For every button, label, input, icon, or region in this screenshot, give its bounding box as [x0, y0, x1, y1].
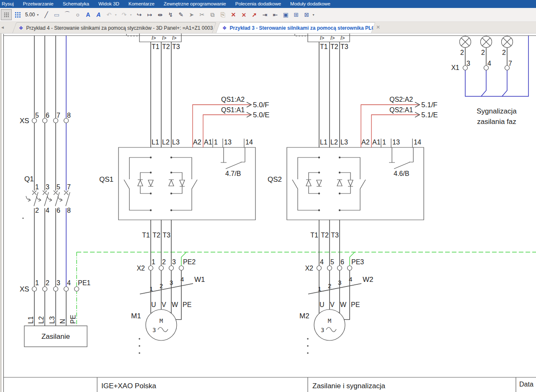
insert-left-icon[interactable]: ⇥: [260, 10, 269, 20]
annotate-icon[interactable]: ✎: [176, 10, 186, 20]
terminal[interactable]: [64, 287, 69, 291]
terminal[interactable]: [505, 66, 510, 70]
project-icon: ❖: [19, 25, 23, 31]
terminal[interactable]: [75, 287, 79, 291]
terminal[interactable]: [327, 266, 332, 271]
lamp-terminal-number: 2: [502, 49, 506, 56]
continuation-dot: [307, 352, 309, 354]
ref-target: 5.1/F: [421, 101, 438, 109]
terminal[interactable]: [317, 266, 322, 271]
paste-icon[interactable]: ⎘: [218, 10, 227, 20]
tab-przyklad-4[interactable]: ❖ Przykład 4 - Sterowanie silnikami za p…: [12, 22, 216, 33]
toolbar-overflow-icon[interactable]: ▾: [312, 13, 314, 17]
snap-grid-icon[interactable]: [1, 9, 12, 20]
feed-circuit[interactable]: XS 5 6 7 8 Q1 1 3 5 7 2 4 6 8 XS 1 2 3 4…: [20, 36, 90, 347]
continuation-dot: [307, 338, 309, 340]
terminal[interactable]: [54, 287, 58, 291]
menu-item-schematyka[interactable]: Schematyka: [58, 0, 94, 8]
canvas-left-margin: [0, 34, 2, 392]
node: [150, 193, 152, 194]
ref-label: QS2:A2: [389, 96, 413, 103]
connection-both-icon[interactable]: ⇹: [155, 10, 165, 20]
terminal[interactable]: [463, 66, 468, 70]
delete-icon[interactable]: ✕: [229, 10, 238, 20]
node: [150, 172, 152, 173]
terminal[interactable]: [484, 66, 489, 70]
terminal-label: A2: [193, 139, 201, 146]
terminal[interactable]: [54, 119, 58, 123]
titleblock-data-label: Data: [519, 381, 533, 388]
qs1-branch[interactable]: I> I> I> T1 T2 T3 L1 L2 L3 QS1 A2 A1 1 1…: [99, 30, 270, 354]
terminal[interactable]: [32, 119, 37, 123]
pe-terminal-label: PE3: [351, 258, 364, 266]
plan-icon[interactable]: ⊠: [302, 10, 311, 20]
softstarter-box: [119, 147, 255, 220]
insert-right-icon[interactable]: ⇤: [271, 10, 280, 20]
node: [339, 193, 340, 194]
grid-size-caret-icon[interactable]: ▾: [37, 13, 39, 17]
breaker-symbol: [26, 191, 70, 206]
menu-item-przetwarzanie[interactable]: Przetwarzanie: [18, 0, 58, 8]
menu-item-komentarze[interactable]: Komentarze: [124, 0, 159, 8]
undo-caret-icon[interactable]: ▾: [115, 13, 116, 17]
pole-number: 5: [57, 183, 60, 191]
circle-icon[interactable]: ○: [73, 10, 82, 20]
softstarter-internals: [292, 147, 413, 210]
node: [170, 172, 172, 173]
tab-close-icon[interactable]: ✕: [376, 24, 380, 30]
terminal[interactable]: [338, 266, 342, 271]
terminal[interactable]: [43, 287, 47, 291]
qs2-branch[interactable]: I> I> I> T1 T2 T3 L1 L2 L3 QS2 A2 A1 1 1…: [268, 30, 438, 354]
text-italic-icon[interactable]: A: [94, 10, 103, 20]
arc-icon[interactable]: ⌒: [62, 10, 72, 20]
redo-caret-icon[interactable]: ▾: [130, 13, 131, 17]
line-icon[interactable]: ╱: [41, 10, 51, 20]
grid-size-value[interactable]: 5.00: [25, 12, 35, 18]
terminal[interactable]: [159, 266, 164, 271]
terminal[interactable]: [348, 266, 352, 271]
terminal-label: 14: [245, 139, 253, 146]
menu-item-moduly-dodatkowe[interactable]: Moduły dodatkowe: [286, 0, 335, 8]
cut-icon[interactable]: ✂: [197, 10, 206, 20]
schematic-canvas[interactable]: XS 5 6 7 8 Q1 1 3 5 7 2 4 6 8 XS 1 2 3 4…: [0, 0, 536, 392]
overload-symbol: I>: [320, 35, 324, 41]
terminal[interactable]: [179, 266, 184, 271]
pole-number: 6: [57, 207, 60, 214]
terminal[interactable]: [32, 287, 37, 291]
copy-icon[interactable]: ⧉: [208, 10, 217, 20]
terminal[interactable]: [43, 119, 47, 123]
terminal[interactable]: [64, 119, 69, 123]
motor-symbol[interactable]: [146, 309, 177, 340]
properties-icon[interactable]: ▣: [281, 10, 290, 20]
lamp-panel[interactable]: 2 2 2 3 4 7 X1 Sygnalizacja zasilania fa…: [451, 36, 528, 126]
terminal[interactable]: [149, 266, 153, 271]
delete-special-icon[interactable]: ⨯: [239, 10, 248, 20]
redline-icon[interactable]: ➚: [250, 10, 259, 20]
menu-bar: Rysuj Przetwarzanie Schematyka Widok 3D …: [0, 0, 536, 8]
phase-label-pe: PE: [70, 315, 77, 324]
list-icon[interactable]: ⊞: [291, 10, 301, 20]
menu-item-widok-3d[interactable]: Widok 3D: [94, 0, 124, 8]
node: [170, 193, 172, 194]
select-icon[interactable]: ➤: [187, 10, 196, 20]
motor-symbol[interactable]: [314, 309, 345, 340]
connection-jump-icon[interactable]: ↯: [166, 10, 175, 20]
breaker-q1[interactable]: Q1 1 3 5 7 2 4 6 8: [23, 175, 71, 219]
tab-przyklad-3-active[interactable]: ❖ Przykład 3 - Sterowanie silnikami za p…: [216, 22, 375, 33]
tab-scroll-left-icon[interactable]: ◂: [1, 24, 4, 30]
terminal-number: 5: [35, 112, 39, 119]
menu-item-polecenia-dodatkowe[interactable]: Polecenia dodatkowe: [231, 0, 286, 8]
connection-icon[interactable]: ↪: [134, 10, 144, 20]
undo-icon[interactable]: ↶: [104, 10, 113, 20]
terminal[interactable]: [169, 266, 174, 271]
motor-phase: 3: [152, 327, 156, 333]
feed-phase-wires: [34, 36, 66, 326]
text-icon[interactable]: A: [83, 10, 93, 20]
grid-display-icon[interactable]: [13, 10, 22, 20]
redo-icon[interactable]: ↷: [119, 10, 129, 20]
connection-end-icon[interactable]: ↦: [145, 10, 154, 20]
motor-name: M1: [131, 312, 141, 320]
rectangle-icon[interactable]: ▭: [52, 10, 61, 20]
menu-item-rysuj[interactable]: Rysuj: [0, 0, 18, 8]
menu-item-zewnetrzne-oprogramowanie[interactable]: Zewnętrzne oprogramowanie: [159, 0, 231, 8]
